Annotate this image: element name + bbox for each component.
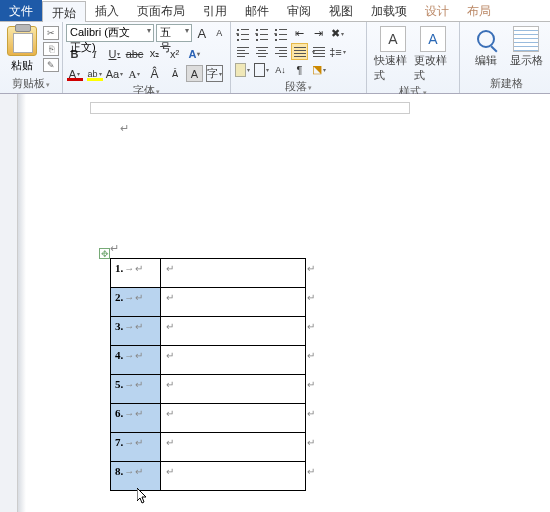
table-cell[interactable]: ↵↵ bbox=[161, 346, 306, 375]
find-button[interactable]: 编辑 bbox=[467, 26, 505, 68]
horizontal-ruler[interactable] bbox=[90, 102, 410, 114]
table-cell[interactable]: ↵↵ bbox=[161, 462, 306, 491]
tab-addins[interactable]: 加载项 bbox=[362, 0, 416, 21]
table-move-handle[interactable]: ✥ bbox=[99, 248, 110, 259]
table-cell[interactable]: ↵↵ bbox=[161, 259, 306, 288]
table-row[interactable]: 1.→↵ ↵↵ bbox=[111, 259, 306, 288]
format-painter-icon[interactable]: ✎ bbox=[43, 58, 59, 72]
tab-review[interactable]: 审阅 bbox=[278, 0, 320, 21]
group-font: Calibri (西文正文) 五号 A A B I U abc x₂ x² A … bbox=[63, 22, 231, 93]
table-row[interactable]: 2.→↵ ↵↵ bbox=[111, 288, 306, 317]
paste-icon[interactable] bbox=[7, 26, 37, 56]
table-cell[interactable]: 4.→↵ bbox=[111, 346, 161, 375]
copy-icon[interactable]: ⎘ bbox=[43, 42, 59, 56]
grow-font2-button[interactable]: Â bbox=[146, 65, 163, 82]
tab-view[interactable]: 视图 bbox=[320, 0, 362, 21]
align-right-button[interactable] bbox=[272, 43, 289, 60]
align-center-button[interactable] bbox=[253, 43, 270, 60]
align-left-button[interactable] bbox=[234, 43, 251, 60]
change-styles-button[interactable]: A 更改样式 bbox=[414, 26, 452, 83]
line-spacing-button[interactable]: ‡≡ bbox=[329, 43, 346, 60]
table-row[interactable]: 6.→↵ ↵↵ bbox=[111, 404, 306, 433]
shading-button[interactable] bbox=[234, 61, 251, 78]
table-row[interactable]: 7.→↵ ↵↵ bbox=[111, 433, 306, 462]
table-row[interactable]: 4.→↵ ↵↵ bbox=[111, 346, 306, 375]
group-styles: A 快速样式 A 更改样式 样式 bbox=[367, 22, 460, 93]
tab-page-layout[interactable]: 页面布局 bbox=[128, 0, 194, 21]
document-table[interactable]: 1.→↵ ↵↵ 2.→↵ ↵↵ 3.→↵ ↵↵ 4.→↵ ↵↵ 5.→↵ ↵↵ … bbox=[110, 258, 306, 491]
snap-button[interactable]: ⬔ bbox=[310, 61, 327, 78]
quick-styles-button[interactable]: A 快速样式 bbox=[374, 26, 412, 83]
cut-icon[interactable]: ✂ bbox=[43, 26, 59, 40]
ribbon: 粘贴 ✂ ⎘ ✎ 剪贴板 Calibri (西文正文) 五号 A A B I U… bbox=[0, 22, 550, 94]
align-justify-button[interactable] bbox=[291, 43, 308, 60]
bullets-button[interactable] bbox=[234, 25, 251, 42]
shrink-font2-button[interactable]: Ǎ bbox=[166, 65, 183, 82]
table-row[interactable]: 8.→↵ ↵↵ bbox=[111, 462, 306, 491]
tab-home[interactable]: 开始 bbox=[42, 1, 86, 22]
tab-table-layout[interactable]: 布局 bbox=[458, 0, 500, 21]
char-shading-button[interactable]: A bbox=[186, 65, 203, 82]
show-grid-button[interactable]: 显示格 bbox=[507, 26, 545, 68]
ribbon-tabs: 文件 开始 插入 页面布局 引用 邮件 审阅 视图 加载项 设计 布局 bbox=[0, 0, 550, 22]
group-editing: 编辑 显示格 新建格 bbox=[460, 22, 550, 93]
group-label-editing: 新建格 bbox=[463, 75, 549, 93]
underline-button[interactable]: U bbox=[106, 45, 123, 62]
page-edge bbox=[18, 94, 26, 512]
table-cell[interactable]: 7.→↵ bbox=[111, 433, 161, 462]
font-family-select[interactable]: Calibri (西文正文) bbox=[66, 24, 154, 42]
multilevel-button[interactable] bbox=[272, 25, 289, 42]
table-cell[interactable]: 8.→↵ bbox=[111, 462, 161, 491]
quick-styles-icon: A bbox=[380, 26, 406, 52]
table-cell[interactable]: ↵↵ bbox=[161, 404, 306, 433]
tab-insert[interactable]: 插入 bbox=[86, 0, 128, 21]
show-marks-button[interactable]: ¶ bbox=[291, 61, 308, 78]
paragraph-mark: ↵ bbox=[120, 122, 129, 135]
char-scale-button[interactable]: A bbox=[126, 65, 143, 82]
group-paragraph: ⇤ ⇥ ✖ ‡≡ A↓ ¶ ⬔ 段落 bbox=[231, 22, 367, 93]
table-cell[interactable]: ↵↵ bbox=[161, 288, 306, 317]
table-cell[interactable]: 2.→↵ bbox=[111, 288, 161, 317]
tab-references[interactable]: 引用 bbox=[194, 0, 236, 21]
paste-label[interactable]: 粘贴 bbox=[11, 58, 33, 73]
vertical-ruler[interactable] bbox=[0, 94, 18, 512]
grid-icon bbox=[513, 26, 539, 52]
font-size-select[interactable]: 五号 bbox=[156, 24, 192, 42]
paragraph-mark: ↵ bbox=[110, 242, 119, 255]
grow-font-button[interactable]: A bbox=[194, 25, 209, 42]
decrease-indent-button[interactable]: ⇤ bbox=[291, 25, 308, 42]
find-icon bbox=[477, 30, 495, 48]
table-cell[interactable]: 6.→↵ bbox=[111, 404, 161, 433]
change-case-button[interactable]: Aa bbox=[106, 65, 123, 82]
numbering-button[interactable] bbox=[253, 25, 270, 42]
distribute-button[interactable] bbox=[310, 43, 327, 60]
increase-indent-button[interactable]: ⇥ bbox=[310, 25, 327, 42]
table-cell[interactable]: ↵↵ bbox=[161, 317, 306, 346]
text-effects-button[interactable]: A bbox=[186, 45, 203, 62]
group-clipboard: 粘贴 ✂ ⎘ ✎ 剪贴板 bbox=[0, 22, 63, 93]
borders-button[interactable] bbox=[253, 61, 270, 78]
table-cell[interactable]: 1.→↵ bbox=[111, 259, 161, 288]
font-color-button[interactable]: A bbox=[66, 65, 83, 82]
sort-button[interactable]: A↓ bbox=[272, 61, 289, 78]
table-cell[interactable]: 5.→↵ bbox=[111, 375, 161, 404]
tab-mailings[interactable]: 邮件 bbox=[236, 0, 278, 21]
highlight-button[interactable]: ab bbox=[86, 65, 103, 82]
strike-button[interactable]: abc bbox=[126, 45, 143, 62]
tab-table-design[interactable]: 设计 bbox=[416, 0, 458, 21]
shrink-font-button[interactable]: A bbox=[212, 25, 227, 42]
table-cell[interactable]: ↵↵ bbox=[161, 375, 306, 404]
document-area[interactable]: ↵ ↵ ✥ 1.→↵ ↵↵ 2.→↵ ↵↵ 3.→↵ ↵↵ 4.→↵ ↵↵ 5.… bbox=[0, 94, 550, 512]
table-cell[interactable]: ↵↵ bbox=[161, 433, 306, 462]
table-row[interactable]: 5.→↵ ↵↵ bbox=[111, 375, 306, 404]
text-direction-button[interactable]: ✖ bbox=[329, 25, 346, 42]
group-label-clipboard: 剪贴板 bbox=[3, 75, 59, 93]
tab-file[interactable]: 文件 bbox=[0, 0, 42, 21]
char-border-button[interactable]: 字 bbox=[206, 65, 223, 82]
table-row[interactable]: 3.→↵ ↵↵ bbox=[111, 317, 306, 346]
change-styles-icon: A bbox=[420, 26, 446, 52]
table-cell[interactable]: 3.→↵ bbox=[111, 317, 161, 346]
